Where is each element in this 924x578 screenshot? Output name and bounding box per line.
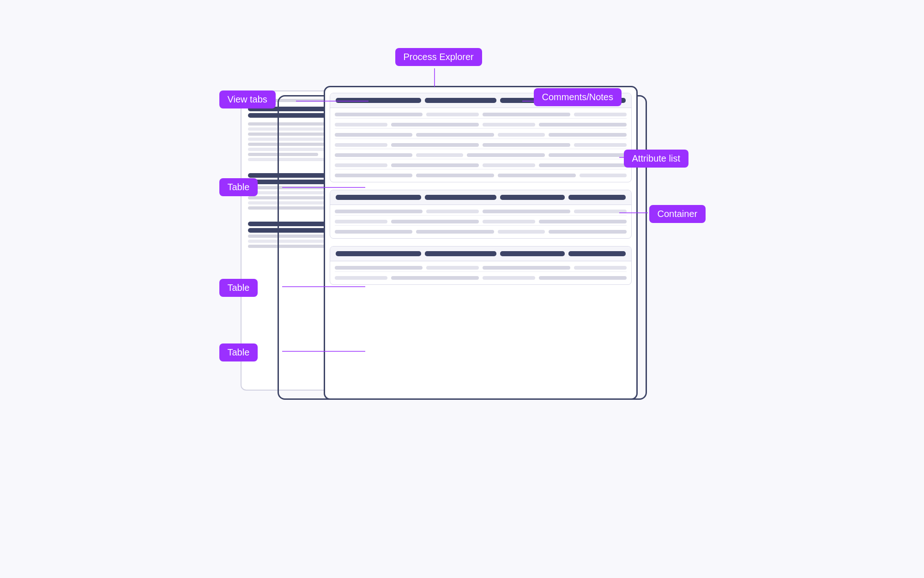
attribute-list-label: Attribute list — [624, 150, 688, 168]
comments-notes-label: Comments/Notes — [534, 88, 622, 106]
main-container — [324, 86, 638, 400]
view-tabs-label: View tabs — [219, 90, 276, 108]
data-table-2 — [330, 190, 632, 239]
data-table-1 — [330, 93, 632, 182]
table2-label: Table — [219, 279, 258, 297]
process-explorer-label: Process Explorer — [395, 48, 482, 66]
container-label: Container — [649, 205, 706, 223]
data-table-3 — [330, 246, 632, 285]
table1-label: Table — [219, 178, 258, 196]
table3-label: Table — [219, 343, 258, 361]
